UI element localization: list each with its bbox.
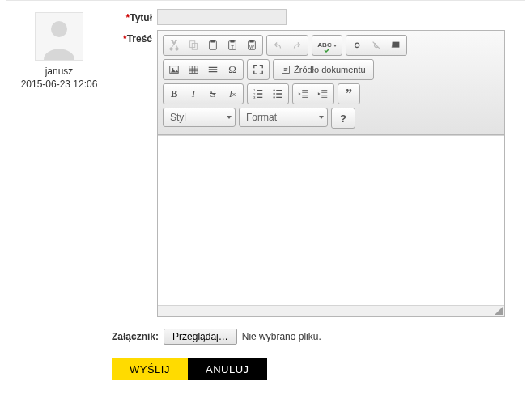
editor-content-area[interactable]: [158, 135, 504, 305]
outdent-icon[interactable]: [294, 85, 313, 103]
editor-toolbar: T W: [158, 31, 504, 135]
link-icon[interactable]: [347, 36, 367, 54]
content-label: *Treść: [112, 30, 157, 45]
bullet-list-icon[interactable]: [268, 85, 287, 103]
svg-point-1: [51, 21, 67, 37]
redo-icon[interactable]: [287, 36, 307, 54]
strike-icon[interactable]: S: [203, 85, 223, 103]
top-divider: [6, 0, 525, 1]
table-icon[interactable]: [184, 61, 203, 78]
avatar: [35, 12, 83, 61]
source-button[interactable]: Źródło dokumentu: [274, 61, 372, 78]
format-dropdown[interactable]: Format: [239, 108, 328, 127]
style-dropdown[interactable]: Styl: [163, 108, 236, 127]
svg-text:T: T: [231, 44, 234, 49]
italic-icon[interactable]: I: [184, 85, 203, 103]
svg-rect-15: [189, 66, 198, 74]
rich-text-editor: T W: [157, 30, 505, 317]
undo-icon[interactable]: [268, 36, 287, 54]
remove-format-icon[interactable]: Ix: [223, 85, 242, 103]
svg-rect-7: [230, 40, 234, 43]
chevron-down-icon: [227, 116, 232, 119]
svg-text:W: W: [249, 44, 254, 49]
svg-rect-12: [393, 42, 400, 48]
attachment-label: Załącznik:: [112, 331, 159, 342]
cut-icon[interactable]: [164, 36, 184, 54]
file-status: Nie wybrano pliku.: [242, 331, 321, 342]
title-label: *Tytuł: [112, 9, 157, 23]
paste-icon[interactable]: [203, 36, 223, 54]
svg-rect-3: [192, 43, 197, 49]
paste-word-icon[interactable]: W: [242, 36, 261, 54]
svg-rect-6: [229, 41, 236, 50]
unlink-icon[interactable]: [367, 36, 386, 54]
source-button-label: Źródło dokumentu: [294, 65, 366, 74]
svg-rect-10: [249, 40, 253, 43]
format-dropdown-label: Format: [246, 112, 277, 123]
svg-rect-5: [210, 40, 215, 43]
image-icon[interactable]: [164, 61, 184, 78]
numbered-list-icon[interactable]: 123: [249, 85, 268, 103]
svg-rect-13: [170, 66, 179, 74]
svg-rect-2: [190, 41, 195, 48]
copy-icon[interactable]: [184, 36, 203, 54]
resize-handle[interactable]: [158, 305, 504, 316]
svg-point-21: [273, 93, 274, 95]
svg-text:1: 1: [253, 88, 256, 92]
help-button[interactable]: ?: [333, 109, 354, 127]
author-column: janusz 2015-06-23 12:06: [6, 9, 112, 380]
special-char-icon[interactable]: Ω: [223, 61, 242, 78]
style-dropdown-label: Styl: [170, 112, 186, 123]
anchor-icon[interactable]: [386, 36, 406, 54]
title-input[interactable]: [157, 9, 287, 25]
svg-point-14: [172, 68, 173, 70]
indent-icon[interactable]: [313, 85, 333, 103]
cancel-button[interactable]: ANULUJ: [188, 358, 267, 380]
paste-text-icon[interactable]: T: [223, 36, 242, 54]
svg-text:2: 2: [253, 92, 256, 96]
horizontal-rule-icon[interactable]: [203, 61, 223, 78]
svg-rect-9: [249, 41, 256, 50]
blockquote-icon[interactable]: ”: [339, 85, 359, 103]
send-button[interactable]: WYŚLIJ: [112, 358, 188, 380]
svg-rect-16: [282, 66, 290, 74]
svg-text:3: 3: [253, 95, 256, 100]
bold-icon[interactable]: B: [164, 85, 184, 103]
svg-point-20: [273, 89, 274, 91]
author-name: janusz: [6, 66, 112, 77]
browse-button[interactable]: Przeglądaj…: [164, 329, 237, 345]
spellcheck-icon[interactable]: ABC: [313, 36, 341, 54]
chevron-down-icon: [319, 116, 324, 119]
svg-rect-4: [210, 41, 217, 50]
author-timestamp: 2015-06-23 12:06: [6, 78, 112, 90]
svg-point-22: [273, 96, 274, 98]
maximize-icon[interactable]: [249, 61, 268, 78]
